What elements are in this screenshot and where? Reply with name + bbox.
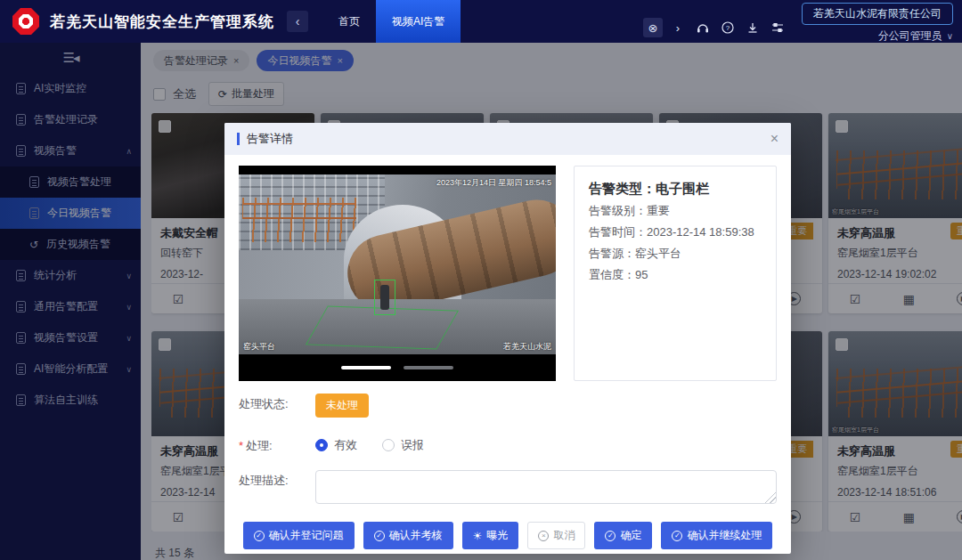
watermark-label: 若羌天山水泥 [503, 341, 551, 353]
app-logo-icon [12, 8, 39, 35]
svg-text:?: ? [726, 24, 730, 32]
handle-radio-option[interactable]: 误报 [382, 437, 424, 453]
modal-button[interactable]: ✓确认并考核 [363, 522, 453, 549]
radio-label: 误报 [401, 437, 424, 453]
nav-collapse-button[interactable]: ‹ [287, 11, 308, 32]
modal-button[interactable]: ✓确认并登记问题 [243, 522, 355, 549]
close-icon[interactable]: × [770, 132, 779, 146]
radio-dot-icon [315, 439, 328, 451]
top-header: 若羌天山智能安全生产管理系统 ‹ 首页视频AI告警 ⊗ › ? 若羌天山水泥有限… [0, 0, 962, 43]
nav-item[interactable]: 视频AI告警 [376, 0, 461, 43]
radio-dot-icon [382, 439, 395, 451]
desc-label: 处理描述: [239, 470, 315, 489]
handle-label: *处理: [239, 435, 315, 454]
modal-button[interactable]: ×取消 [527, 522, 585, 549]
cancel-circle-icon: × [538, 531, 549, 541]
modal-button-label: 确认并继续处理 [687, 528, 762, 543]
chevron-down-icon: ∨ [947, 31, 953, 41]
arrow-right-icon[interactable]: › [668, 18, 688, 37]
video-timestamp: 2023年12月14日 星期四 18:54:5 [436, 177, 551, 189]
handle-desc-input[interactable] [315, 470, 777, 504]
check-circle-icon: ✓ [374, 531, 385, 541]
check-circle-icon: ✓ [605, 531, 616, 541]
modal-button-row: ✓确认并登记问题✓确认并考核☀曝光×取消✓确定✓确认并继续处理 [239, 522, 777, 549]
required-asterisk: * [239, 439, 243, 452]
help-icon[interactable]: ? [718, 18, 738, 37]
handle-radio-selected[interactable]: 有效 [315, 437, 357, 453]
camera-label: 窑头平台 [243, 341, 275, 353]
person-bounding-box [374, 280, 395, 315]
alarm-type-line: 告警类型：电子围栏 [589, 177, 762, 200]
top-nav: 首页视频AI告警 [322, 0, 461, 43]
status-label: 处理状态: [239, 394, 315, 412]
modal-header: 告警详情 × [224, 123, 791, 155]
alarm-info-panel: 告警类型：电子围栏 告警级别：重要 告警时间：2023-12-14 18:59:… [574, 166, 777, 381]
check-circle-icon: ✓ [672, 531, 682, 541]
alarm-detail-modal: 告警详情 × 2023年12月14日 星期四 18:54:5 窑头平台 若羌天山… [224, 123, 791, 554]
status-badge: 未处理 [315, 394, 369, 418]
alarm-time-line: 告警时间：2023-12-14 18:59:38 [589, 222, 762, 243]
header-icon-bar: ⊗ › ? [643, 18, 787, 37]
modal-button-label: 确定 [620, 528, 641, 543]
radio-label: 有效 [334, 437, 357, 453]
filter-icon[interactable] [768, 18, 787, 37]
carousel-indicators [239, 354, 556, 381]
modal-button-label: 取消 [553, 528, 575, 543]
modal-button[interactable]: ✓确认并继续处理 [661, 522, 772, 549]
modal-title: 告警详情 [247, 131, 293, 147]
alarm-source-line: 告警源：窑头平台 [589, 243, 762, 264]
check-circle-icon: ✓ [254, 531, 265, 541]
download-icon[interactable] [743, 18, 762, 37]
handle-radio-group: 有效误报 [315, 435, 424, 453]
alarm-video-frame: 2023年12月14日 星期四 18:54:5 窑头平台 若羌天山水泥 [239, 166, 556, 381]
modal-button-label: 确认并登记问题 [269, 528, 344, 543]
modal-button[interactable]: ☀曝光 [462, 522, 519, 549]
headset-icon[interactable] [693, 18, 713, 37]
nav-item[interactable]: 首页 [322, 0, 376, 43]
alarm-level-line: 告警级别：重要 [589, 200, 762, 222]
modal-button-label: 曝光 [486, 528, 508, 543]
alarm-confidence-line: 置信度：95 [589, 264, 762, 286]
fullscreen-exit-icon[interactable]: ⊗ [643, 18, 663, 37]
carousel-dash-active[interactable] [341, 366, 391, 369]
app-title: 若羌天山智能安全生产管理系统 [50, 12, 274, 32]
carousel-dash[interactable] [404, 366, 453, 369]
user-role-menu[interactable]: 分公司管理员∨ [878, 28, 953, 44]
modal-button-label: 确认并考核 [389, 528, 443, 543]
company-selector[interactable]: 若羌天山水泥有限责任公司 [802, 3, 953, 25]
sun-icon: ☀ [473, 531, 483, 541]
modal-button[interactable]: ✓确定 [594, 522, 652, 549]
title-accent-bar [237, 133, 240, 145]
orange-railing [242, 198, 356, 242]
alarm-snapshot: 2023年12月14日 星期四 18:54:5 窑头平台 若羌天山水泥 [239, 174, 556, 354]
